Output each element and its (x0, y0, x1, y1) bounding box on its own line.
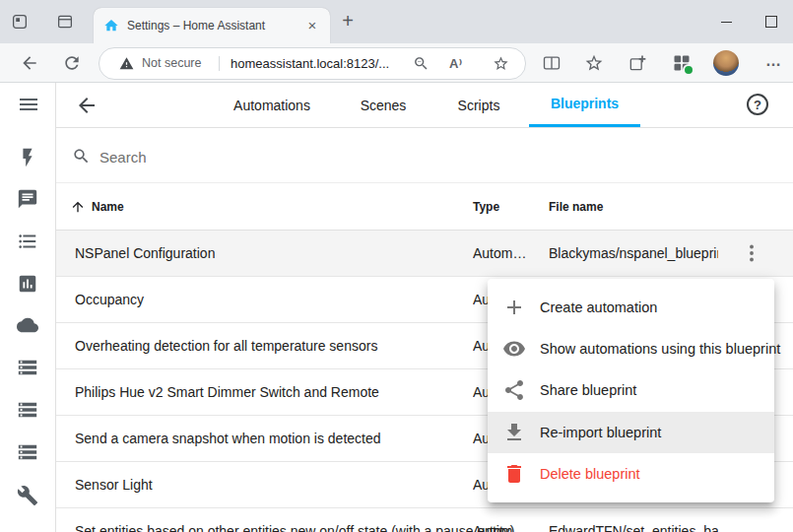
row-name: Occupancy (75, 277, 144, 322)
favorites-icon[interactable] (584, 53, 604, 73)
workspaces-icon[interactable] (11, 13, 29, 31)
extensions-icon[interactable] (672, 53, 692, 73)
bricks-icon-2[interactable] (17, 399, 40, 423)
collections-icon[interactable] (628, 53, 647, 73)
browser-menu-icon[interactable]: … (760, 43, 786, 83)
browser-titlebar: Settings – Home Assistant × + (0, 0, 793, 43)
download-icon (502, 421, 526, 444)
tab-scenes[interactable]: Scenes (339, 83, 428, 127)
help-icon[interactable]: ? (747, 94, 768, 115)
tab-close-icon[interactable]: × (304, 18, 320, 33)
search-icon (72, 147, 91, 166)
refresh-icon[interactable] (62, 53, 82, 73)
sort-arrow-icon[interactable] (70, 199, 86, 215)
row-type: Autom… (473, 231, 534, 276)
row-name: NSPanel Configuration (75, 231, 215, 276)
address-bar[interactable]: Not secure homeassistant.local:8123/... … (99, 47, 526, 80)
menu-item-reimport-blueprint[interactable]: Re-import blueprint (488, 412, 774, 453)
bricks-icon-1[interactable] (17, 357, 40, 380)
row-overflow-menu-icon[interactable] (740, 241, 763, 265)
row-name: Sensor Light (75, 462, 153, 507)
bar-chart-icon[interactable] (17, 273, 40, 297)
row-file: EdwardTFN/set_entities_bas… (549, 508, 718, 532)
lightning-icon[interactable] (17, 147, 40, 170)
plus-icon (502, 296, 526, 319)
menu-item-share-blueprint[interactable]: Share blueprint (488, 369, 774, 411)
menu-item-label: Re-import blueprint (540, 425, 661, 440)
ha-back-icon[interactable] (75, 94, 99, 117)
tab-scripts[interactable]: Scripts (434, 83, 523, 127)
menu-item-label: Delete blueprint (540, 466, 640, 482)
extension-status-badge (683, 64, 694, 76)
row-name: Send a camera snapshot when motion is de… (75, 416, 381, 461)
menu-item-label: Share blueprint (540, 382, 636, 398)
table-row[interactable]: Set entities based on other entities new… (56, 508, 793, 532)
table-header: Name Type File name (56, 183, 793, 231)
row-file: Blackymas/nspanel_blueprin… (549, 231, 718, 276)
row-type: Autom… (473, 508, 534, 532)
column-header-name[interactable]: Name (92, 183, 124, 231)
url-text[interactable]: homeassistant.local:8123/... (231, 48, 389, 79)
browser-tab[interactable]: Settings – Home Assistant × (94, 8, 330, 43)
tab-actions-icon[interactable] (56, 13, 74, 31)
maximize-button[interactable] (749, 0, 793, 43)
split-screen-icon[interactable] (542, 53, 562, 73)
ha-sidebar (0, 83, 56, 532)
tab-title: Settings – Home Assistant (127, 19, 297, 33)
profile-avatar[interactable] (713, 50, 739, 76)
delete-icon (502, 462, 526, 486)
favorite-star-icon[interactable] (493, 55, 509, 72)
column-header-type[interactable]: Type (473, 183, 499, 231)
menu-item-create-automation[interactable]: Create automation (488, 287, 774, 328)
new-tab-button[interactable]: + (336, 9, 360, 33)
row-name: Overheating detection for all temperatur… (75, 323, 377, 368)
cloud-icon[interactable] (17, 314, 40, 338)
chat-icon[interactable] (17, 188, 40, 212)
eye-icon (502, 337, 526, 361)
minimize-button[interactable] (703, 0, 749, 43)
list-icon[interactable] (17, 231, 40, 254)
row-name: Philips Hue v2 Smart Dimmer Switch and R… (75, 369, 379, 415)
ha-topbar: Automations Scenes Scripts Blueprints ? (56, 83, 793, 128)
menu-item-label: Create automation (540, 299, 657, 315)
wrench-icon[interactable] (17, 485, 40, 508)
column-header-file[interactable]: File name (549, 183, 603, 231)
menu-item-label: Show automations using this blueprint (540, 341, 780, 357)
not-secure-warning-icon (119, 56, 134, 71)
address-divider (219, 56, 220, 71)
row-name: Set entities based on other entities new… (75, 508, 514, 532)
browser-toolbar: Not secure homeassistant.local:8123/... … (0, 43, 793, 83)
menu-item-show-automations[interactable]: Show automations using this blueprint (488, 328, 774, 369)
share-icon (502, 378, 526, 402)
home-assistant-favicon (103, 18, 119, 33)
menu-item-delete-blueprint[interactable]: Delete blueprint (488, 453, 774, 495)
search-row (56, 128, 793, 183)
hamburger-menu-icon[interactable] (17, 93, 40, 116)
tab-blueprints[interactable]: Blueprints (529, 83, 640, 127)
tab-automations[interactable]: Automations (217, 83, 327, 127)
security-label[interactable]: Not secure (142, 48, 201, 79)
back-icon[interactable] (20, 53, 39, 73)
read-aloud-icon[interactable]: A⁾ (449, 48, 462, 79)
zoom-icon[interactable] (413, 55, 430, 72)
table-row[interactable]: NSPanel Configuration Autom… Blackymas/n… (56, 231, 793, 277)
bricks-icon-3[interactable] (17, 441, 40, 465)
blueprint-context-menu: Create automation Show automations using… (488, 279, 774, 502)
search-input[interactable] (98, 142, 397, 171)
